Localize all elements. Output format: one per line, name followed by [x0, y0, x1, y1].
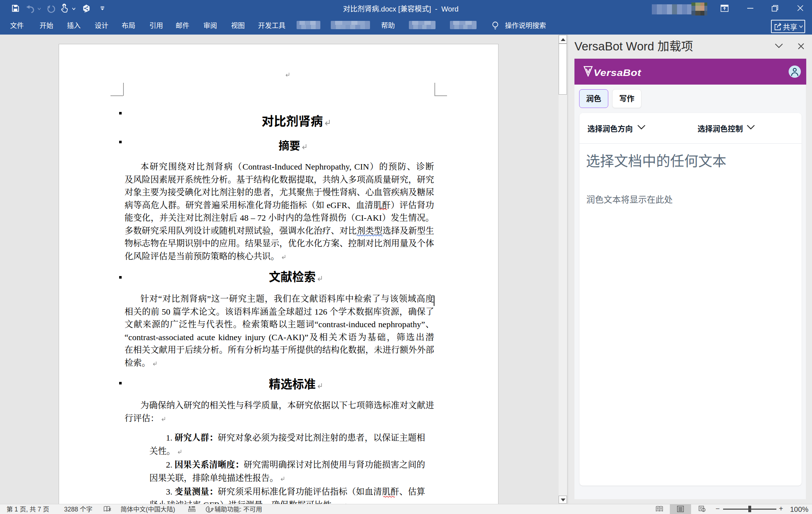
- svg-text:?: ?: [211, 507, 214, 512]
